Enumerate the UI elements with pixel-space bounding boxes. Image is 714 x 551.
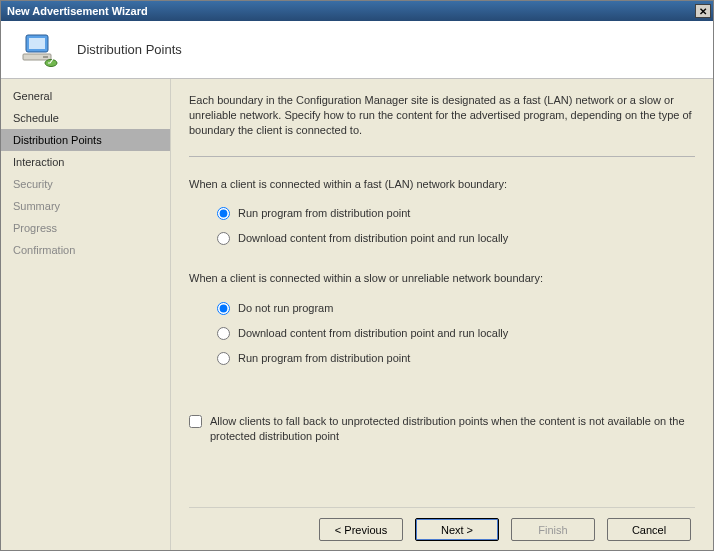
fast-option-download-label: Download content from distribution point… xyxy=(238,231,508,246)
wizard-content: Each boundary in the Configuration Manag… xyxy=(171,79,713,551)
fast-option-download-radio[interactable] xyxy=(217,232,230,245)
svg-rect-3 xyxy=(43,56,48,58)
sidebar-item-progress: Progress xyxy=(1,217,170,239)
slow-network-label: When a client is connected within a slow… xyxy=(189,271,695,286)
slow-option-do-not-run[interactable]: Do not run program xyxy=(217,296,695,321)
computer-icon xyxy=(19,30,59,70)
next-button[interactable]: Next > xyxy=(415,518,499,541)
page-title: Distribution Points xyxy=(77,42,182,57)
sidebar-item-schedule[interactable]: Schedule xyxy=(1,107,170,129)
sidebar-item-confirmation: Confirmation xyxy=(1,239,170,261)
sidebar-item-distribution-points[interactable]: Distribution Points xyxy=(1,129,170,151)
sidebar-item-summary: Summary xyxy=(1,195,170,217)
svg-point-4 xyxy=(45,59,57,66)
slow-option-download[interactable]: Download content from distribution point… xyxy=(217,321,695,346)
wizard-header: Distribution Points xyxy=(1,21,713,79)
fast-option-run-from-dp-label: Run program from distribution point xyxy=(238,206,410,221)
sidebar-item-interaction[interactable]: Interaction xyxy=(1,151,170,173)
cancel-button[interactable]: Cancel xyxy=(607,518,691,541)
divider xyxy=(189,156,695,157)
fast-network-label: When a client is connected within a fast… xyxy=(189,177,695,192)
finish-button: Finish xyxy=(511,518,595,541)
main: General Schedule Distribution Points Int… xyxy=(1,79,713,551)
slow-option-run-from-dp-radio[interactable] xyxy=(217,352,230,365)
fallback-checkbox-label: Allow clients to fall back to unprotecte… xyxy=(210,414,687,444)
fallback-checkbox-row[interactable]: Allow clients to fall back to unprotecte… xyxy=(189,414,695,444)
slow-option-do-not-run-label: Do not run program xyxy=(238,301,333,316)
sidebar-item-general[interactable]: General xyxy=(1,85,170,107)
fast-option-run-from-dp-radio[interactable] xyxy=(217,207,230,220)
slow-option-download-label: Download content from distribution point… xyxy=(238,326,508,341)
wizard-sidebar: General Schedule Distribution Points Int… xyxy=(1,79,171,551)
fast-option-run-from-dp[interactable]: Run program from distribution point xyxy=(217,201,695,226)
sidebar-item-security: Security xyxy=(1,173,170,195)
close-icon[interactable]: ✕ xyxy=(695,4,711,18)
previous-button[interactable]: < Previous xyxy=(319,518,403,541)
wizard-buttons: < Previous Next > Finish Cancel xyxy=(189,507,695,541)
slow-network-options: Do not run program Download content from… xyxy=(217,296,695,371)
slow-option-download-radio[interactable] xyxy=(217,327,230,340)
fast-option-download[interactable]: Download content from distribution point… xyxy=(217,226,695,251)
slow-option-run-from-dp[interactable]: Run program from distribution point xyxy=(217,346,695,371)
slow-option-run-from-dp-label: Run program from distribution point xyxy=(238,351,410,366)
intro-text: Each boundary in the Configuration Manag… xyxy=(189,93,695,138)
svg-rect-1 xyxy=(29,38,45,49)
slow-option-do-not-run-radio[interactable] xyxy=(217,302,230,315)
fast-network-options: Run program from distribution point Down… xyxy=(217,201,695,251)
fallback-checkbox[interactable] xyxy=(189,415,202,428)
window-title: New Advertisement Wizard xyxy=(7,5,148,17)
titlebar: New Advertisement Wizard ✕ xyxy=(1,1,713,21)
